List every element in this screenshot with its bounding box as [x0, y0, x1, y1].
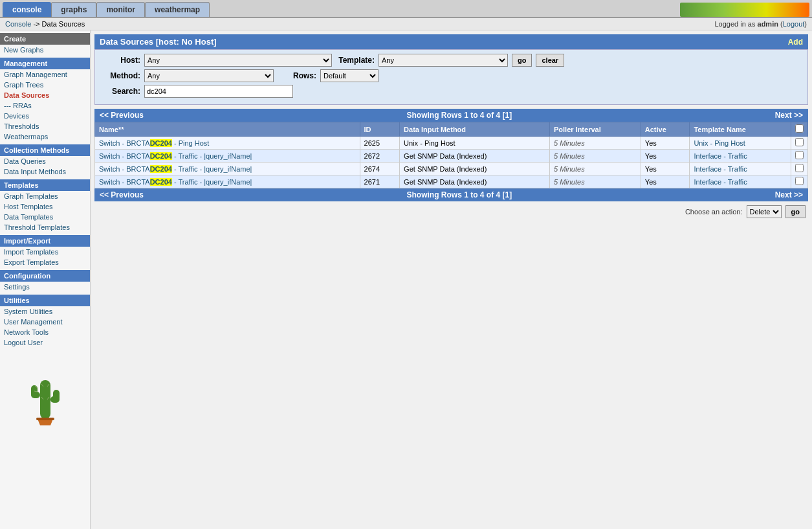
- cell-poller: 5 Minutes: [549, 137, 641, 150]
- cactus-image: [0, 348, 90, 445]
- col-header-id: ID: [360, 122, 400, 137]
- cell-name: Switch - BRCTADC204 - Traffic - |query_i…: [95, 175, 360, 188]
- template-link[interactable]: Interface - Traffic: [694, 152, 747, 160]
- sidebar-item-import-templates[interactable]: Import Templates: [0, 247, 90, 257]
- sidebar-item-graph-management[interactable]: Graph Management: [0, 69, 90, 80]
- cell-data-input: Get SNMP Data (Indexed): [400, 175, 550, 188]
- cell-id: 2625: [360, 137, 400, 150]
- template-link[interactable]: Unix - Ping Host: [694, 139, 745, 147]
- sidebar-import-export-header: Import/Export: [0, 235, 90, 247]
- table-row: Switch - BRCTADC204 - Traffic - |query_i…: [95, 163, 808, 175]
- prev-link-bottom[interactable]: << Previous: [100, 190, 144, 199]
- next-link-top[interactable]: Next >>: [775, 111, 803, 120]
- table-body: Switch - BRCTADC204 - Ping Host2625Unix …: [95, 137, 808, 188]
- sidebar-configuration-header: Configuration: [0, 270, 90, 282]
- sidebar-item-logout-user[interactable]: Logout User: [0, 337, 90, 348]
- sidebar-item-host-templates[interactable]: Host Templates: [0, 201, 90, 212]
- table-header-row: Name** ID Data Input Method Poller Inter…: [95, 122, 808, 137]
- col-header-name: Name**: [95, 122, 360, 137]
- svg-rect-4: [53, 390, 60, 401]
- search-label: Search:: [102, 87, 140, 96]
- cell-data-input: Unix - Ping Host: [400, 137, 550, 150]
- cell-checkbox: [791, 175, 808, 188]
- method-label: Method:: [102, 71, 140, 80]
- sidebar-item-data-queries[interactable]: Data Queries: [0, 156, 90, 166]
- method-select[interactable]: Any: [144, 69, 274, 82]
- host-label: Host:: [102, 56, 140, 65]
- sidebar-item-weathermaps[interactable]: Weathermaps: [0, 131, 90, 142]
- sidebar-item-devices[interactable]: Devices: [0, 111, 90, 121]
- sidebar-item-graph-templates[interactable]: Graph Templates: [0, 191, 90, 201]
- select-all-checkbox[interactable]: [795, 124, 804, 133]
- filter-area: Host: Any Template: Any go clear Method:…: [94, 49, 808, 105]
- sidebar-create-header: Create: [0, 33, 90, 45]
- sidebar-item-system-utilities[interactable]: System Utilities: [0, 306, 90, 317]
- template-link[interactable]: Interface - Traffic: [694, 178, 747, 186]
- cell-active: Yes: [641, 175, 690, 188]
- sidebar-collection-methods-header: Collection Methods: [0, 144, 90, 156]
- cell-checkbox: [791, 150, 808, 163]
- col-header-template: Template Name: [690, 122, 791, 137]
- row-name-link[interactable]: Switch - BRCTADC204 - Traffic - |query_i…: [99, 178, 252, 186]
- logout-link[interactable]: Logout: [783, 20, 805, 28]
- go-button[interactable]: go: [512, 54, 532, 67]
- col-header-data-input: Data Input Method: [400, 122, 550, 137]
- sidebar-utilities-header: Utilities: [0, 295, 90, 306]
- panel-header: Data Sources [host: No Host] Add: [94, 34, 808, 49]
- sidebar-item-threshold-templates[interactable]: Threshold Templates: [0, 222, 90, 232]
- prev-link-top[interactable]: << Previous: [100, 111, 144, 120]
- sidebar: Create New Graphs Management Graph Manag…: [0, 30, 91, 529]
- sidebar-item-settings[interactable]: Settings: [0, 282, 90, 292]
- host-select[interactable]: Any: [144, 54, 332, 67]
- sidebar-item-network-tools[interactable]: Network Tools: [0, 327, 90, 337]
- sidebar-item-data-input-methods[interactable]: Data Input Methods: [0, 166, 90, 177]
- main-content: Data Sources [host: No Host] Add Host: A…: [91, 30, 812, 529]
- sidebar-item-new-graphs[interactable]: New Graphs: [0, 45, 90, 55]
- template-select[interactable]: Any: [379, 54, 508, 67]
- next-link-bottom[interactable]: Next >>: [775, 190, 803, 199]
- breadcrumb-console-link[interactable]: Console: [5, 20, 31, 28]
- cell-active: Yes: [641, 137, 690, 150]
- row-name-link[interactable]: Switch - BRCTADC204 - Ping Host: [99, 139, 209, 147]
- svg-rect-0: [40, 380, 50, 419]
- action-area: Choose an action: Delete go: [94, 201, 808, 222]
- cell-poller: 5 Minutes: [549, 150, 641, 163]
- row-checkbox[interactable]: [795, 177, 804, 185]
- row-name-link[interactable]: Switch - BRCTADC204 - Traffic - |query_i…: [99, 152, 252, 160]
- action-go-button[interactable]: go: [785, 205, 806, 218]
- row-checkbox[interactable]: [795, 138, 804, 146]
- cell-id: 2671: [360, 175, 400, 188]
- top-navigation: console graphs monitor weathermap: [0, 0, 812, 18]
- action-label: Choose an action:: [685, 208, 743, 216]
- search-input[interactable]: [144, 85, 293, 98]
- sidebar-item-data-sources[interactable]: Data Sources: [0, 90, 90, 100]
- col-header-poller: Poller Interval: [549, 122, 641, 137]
- sidebar-item-graph-trees[interactable]: Graph Trees: [0, 80, 90, 90]
- col-header-check: [791, 122, 808, 137]
- cell-poller: 5 Minutes: [549, 163, 641, 175]
- row-checkbox[interactable]: [795, 151, 804, 159]
- auth-prefix: Logged in as: [714, 20, 757, 28]
- tab-monitor[interactable]: monitor: [96, 2, 145, 17]
- panel-title: Data Sources [host: No Host]: [100, 37, 217, 47]
- row-name-link[interactable]: Switch - BRCTADC204 - Traffic - |query_i…: [99, 165, 252, 173]
- tab-weathermap[interactable]: weathermap: [145, 2, 210, 17]
- row-checkbox[interactable]: [795, 164, 804, 172]
- sidebar-item-user-management[interactable]: User Management: [0, 317, 90, 327]
- rows-select[interactable]: Default: [320, 69, 379, 82]
- sidebar-item-rras[interactable]: --- RRAs: [0, 100, 90, 111]
- cell-active: Yes: [641, 150, 690, 163]
- cell-checkbox: [791, 137, 808, 150]
- tab-graphs[interactable]: graphs: [51, 2, 96, 17]
- sidebar-item-export-templates[interactable]: Export Templates: [0, 257, 90, 267]
- sidebar-item-thresholds[interactable]: Thresholds: [0, 121, 90, 131]
- action-select[interactable]: Delete: [747, 205, 782, 218]
- nav-graphic-area: [680, 3, 809, 17]
- tab-console[interactable]: console: [3, 2, 51, 17]
- cell-template: Interface - Traffic: [690, 175, 791, 188]
- svg-rect-12: [36, 418, 54, 420]
- sidebar-item-data-templates[interactable]: Data Templates: [0, 212, 90, 222]
- clear-button[interactable]: clear: [536, 54, 564, 67]
- template-link[interactable]: Interface - Traffic: [694, 165, 747, 173]
- add-link[interactable]: Add: [788, 38, 803, 47]
